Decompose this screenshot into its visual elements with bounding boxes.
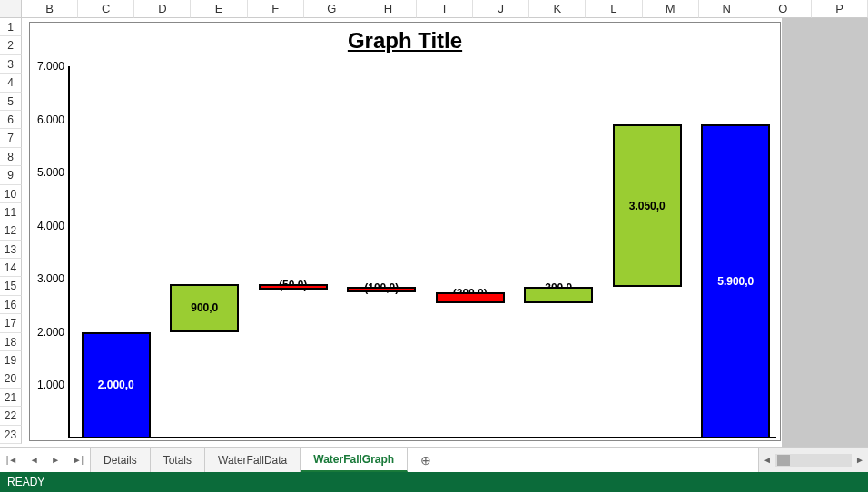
row-header-14[interactable]: 14 (0, 259, 22, 277)
column-headers: BCDEFGHIJKLMNOP (0, 0, 868, 18)
waterfall-bar[interactable] (259, 284, 328, 290)
column-header-O[interactable]: O (755, 0, 812, 18)
column-header-I[interactable]: I (417, 0, 473, 18)
waterfall-bar[interactable]: 5.900,0 (701, 124, 770, 438)
row-header-22[interactable]: 22 (0, 407, 22, 425)
column-header-G[interactable]: G (304, 0, 360, 18)
row-header-7[interactable]: 7 (0, 129, 22, 147)
y-tick-label: 2.000 (32, 326, 68, 339)
waterfall-bar[interactable]: 900,0 (170, 284, 239, 332)
row-header-4[interactable]: 4 (0, 74, 22, 92)
y-tick-label: 3.000 (32, 272, 68, 285)
column-header-C[interactable]: C (78, 0, 134, 18)
row-headers: 1234567891011121314151617181920212223 (0, 18, 22, 444)
horizontal-scrollbar[interactable]: ◄ ► (759, 448, 868, 472)
sheet-tab-waterfallgraph[interactable]: WaterFallGraph (301, 448, 408, 472)
tab-nav-next-icon[interactable]: ► (51, 455, 60, 465)
column-header-L[interactable]: L (586, 0, 642, 18)
y-tick-label: 4.000 (32, 220, 68, 232)
waterfall-bar[interactable] (347, 287, 416, 292)
row-header-12[interactable]: 12 (0, 221, 22, 240)
scrollbar-track[interactable] (775, 454, 852, 467)
column-header-P[interactable]: P (812, 0, 868, 18)
status-bar: READY (0, 472, 868, 492)
y-tick-label: 1.000 (32, 379, 68, 391)
sheet-tab-totals[interactable]: Totals (151, 448, 205, 472)
row-header-13[interactable]: 13 (0, 241, 22, 259)
row-header-21[interactable]: 21 (0, 389, 22, 407)
row-header-17[interactable]: 17 (0, 314, 22, 332)
y-tick-label: 6.000 (32, 113, 68, 126)
select-all-corner[interactable] (0, 0, 22, 18)
tab-nav-last-icon[interactable]: ►| (73, 455, 84, 465)
y-axis (68, 66, 70, 438)
column-header-M[interactable]: M (643, 0, 699, 18)
status-text: READY (7, 476, 44, 488)
row-header-15[interactable]: 15 (0, 277, 22, 295)
column-header-J[interactable]: J (473, 0, 529, 18)
column-header-F[interactable]: F (248, 0, 304, 18)
row-header-23[interactable]: 23 (0, 426, 22, 444)
row-header-18[interactable]: 18 (0, 333, 22, 351)
waterfall-bar[interactable] (436, 292, 505, 303)
row-header-10[interactable]: 10 (0, 185, 22, 203)
chart-plot-area[interactable]: 1.0002.0003.0004.0005.0006.0007.0002.000… (68, 66, 776, 438)
column-header-D[interactable]: D (134, 0, 191, 18)
row-header-1[interactable]: 1 (0, 18, 22, 36)
waterfall-bar[interactable]: 2.000,0 (82, 332, 151, 438)
row-header-19[interactable]: 19 (0, 351, 22, 369)
row-header-9[interactable]: 9 (0, 166, 22, 184)
column-header-B[interactable]: B (22, 0, 78, 18)
row-header-20[interactable]: 20 (0, 369, 22, 388)
column-header-N[interactable]: N (699, 0, 755, 18)
tab-nav-buttons: |◄ ◄ ► ►| (0, 448, 91, 472)
waterfall-bar[interactable]: 3.050,0 (613, 124, 682, 287)
scroll-left-icon[interactable]: ◄ (759, 455, 775, 465)
y-tick-label: 7.000 (32, 60, 68, 73)
y-tick-label: 5.000 (32, 166, 68, 179)
row-header-6[interactable]: 6 (0, 111, 22, 129)
embedded-chart[interactable]: Graph Title 1.0002.0003.0004.0005.0006.0… (29, 22, 781, 441)
row-header-3[interactable]: 3 (0, 55, 22, 74)
sheet-tab-bar: |◄ ◄ ► ►| DetailsTotalsWaterFallDataWate… (0, 447, 868, 472)
sheet-tab-details[interactable]: Details (91, 448, 151, 472)
row-header-11[interactable]: 11 (0, 203, 22, 221)
tab-nav-first-icon[interactable]: |◄ (6, 455, 18, 465)
chart-title[interactable]: Graph Title (30, 28, 780, 54)
tab-nav-prev-icon[interactable]: ◄ (30, 455, 39, 465)
waterfall-bar[interactable] (524, 287, 593, 303)
scrollbar-thumb[interactable] (777, 455, 790, 466)
column-header-H[interactable]: H (360, 0, 417, 18)
row-header-16[interactable]: 16 (0, 296, 22, 314)
add-sheet-button[interactable]: ⊕ (408, 448, 444, 472)
scroll-right-icon[interactable]: ► (852, 455, 868, 465)
row-header-2[interactable]: 2 (0, 36, 22, 54)
x-axis (68, 437, 776, 438)
row-header-8[interactable]: 8 (0, 148, 22, 166)
column-header-E[interactable]: E (191, 0, 247, 18)
sheet-tab-waterfalldata[interactable]: WaterFallData (205, 448, 301, 472)
row-header-5[interactable]: 5 (0, 93, 22, 111)
sheet-grey-area (782, 18, 868, 447)
column-header-K[interactable]: K (529, 0, 586, 18)
